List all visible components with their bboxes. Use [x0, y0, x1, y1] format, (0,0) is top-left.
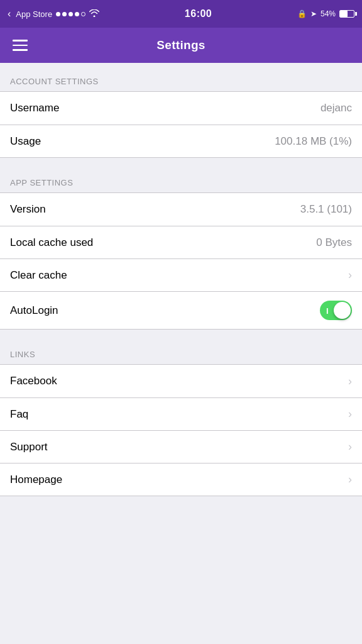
spacer-2 — [0, 330, 362, 336]
username-value: dejanc — [321, 102, 352, 114]
support-chevron-icon: › — [348, 440, 352, 453]
battery-percentage: 54% — [321, 9, 336, 18]
facebook-label: Facebook — [10, 375, 57, 387]
section-account: ACCOUNT SETTINGS Username dejanc Usage 1… — [0, 63, 362, 158]
location-icon: ➤ — [310, 9, 317, 18]
row-usage: Usage 100.18 MB (1%) — [0, 125, 362, 157]
row-version: Version 3.5.1 (101) — [0, 193, 362, 226]
toggle-on-label: I — [326, 306, 329, 315]
signal-dot-2 — [62, 12, 67, 16]
homepage-label: Homepage — [10, 474, 62, 486]
local-cache-label: Local cache used — [10, 236, 93, 249]
hamburger-line-2 — [13, 45, 28, 47]
section-header-account: ACCOUNT SETTINGS — [0, 63, 362, 91]
autologin-toggle[interactable]: I — [320, 301, 352, 320]
row-faq[interactable]: Faq › — [0, 397, 362, 430]
hamburger-line-3 — [13, 49, 28, 51]
row-support[interactable]: Support › — [0, 430, 362, 463]
status-bar: ‹ App Store 16:00 🔒 ➤ 54% — [0, 0, 362, 28]
facebook-chevron-icon: › — [348, 375, 352, 388]
nav-bar: Settings — [0, 28, 362, 63]
status-left: ‹ App Store — [8, 8, 99, 19]
row-facebook[interactable]: Facebook › — [0, 365, 362, 397]
hamburger-button[interactable] — [10, 37, 30, 53]
signal-dots — [56, 12, 85, 16]
usage-value: 100.18 MB (1%) — [275, 135, 352, 148]
homepage-chevron-icon: › — [348, 473, 352, 486]
section-header-app: APP SETTINGS — [0, 164, 362, 192]
status-time: 16:00 — [185, 8, 212, 19]
battery-fill — [340, 11, 348, 17]
version-label: Version — [10, 203, 46, 216]
row-clear-cache[interactable]: Clear cache › — [0, 258, 362, 291]
usage-label: Usage — [10, 135, 41, 148]
status-right: 🔒 ➤ 54% — [297, 9, 354, 18]
section-body-links: Facebook › Faq › Support › Homepage › — [0, 364, 362, 496]
spacer-1 — [0, 158, 362, 164]
section-links: LINKS Facebook › Faq › Support › Homepag… — [0, 336, 362, 496]
signal-dot-3 — [69, 12, 73, 16]
wifi-icon — [89, 9, 99, 19]
carrier-label: App Store — [16, 9, 52, 19]
page-title: Settings — [156, 38, 205, 52]
signal-dot-1 — [56, 12, 60, 16]
local-cache-value: 0 Bytes — [316, 236, 352, 249]
battery-icon — [339, 10, 354, 18]
signal-dot-5 — [81, 12, 85, 16]
clear-cache-right: › — [344, 269, 352, 282]
row-local-cache: Local cache used 0 Bytes — [0, 226, 362, 258]
signal-dot-4 — [75, 12, 79, 16]
row-username: Username dejanc — [0, 92, 362, 125]
support-label: Support — [10, 441, 48, 453]
section-body-account: Username dejanc Usage 100.18 MB (1%) — [0, 91, 362, 158]
clear-cache-chevron-icon: › — [348, 269, 352, 282]
clear-cache-label: Clear cache — [10, 269, 67, 282]
autologin-label: AutoLogin — [10, 304, 58, 317]
autologin-toggle-container: I — [320, 301, 352, 320]
username-label: Username — [10, 102, 59, 114]
section-app: APP SETTINGS Version 3.5.1 (101) Local c… — [0, 164, 362, 330]
row-autologin: AutoLogin I — [0, 291, 362, 329]
section-header-links: LINKS — [0, 336, 362, 364]
hamburger-line-1 — [13, 40, 28, 42]
version-value: 3.5.1 (101) — [300, 203, 352, 216]
faq-label: Faq — [10, 408, 28, 421]
lock-icon: 🔒 — [297, 9, 307, 18]
section-body-app: Version 3.5.1 (101) Local cache used 0 B… — [0, 192, 362, 330]
faq-chevron-icon: › — [348, 408, 352, 421]
row-homepage[interactable]: Homepage › — [0, 463, 362, 496]
toggle-thumb — [334, 302, 351, 319]
content: ACCOUNT SETTINGS Username dejanc Usage 1… — [0, 63, 362, 496]
back-chevron-icon: ‹ — [8, 8, 11, 19]
